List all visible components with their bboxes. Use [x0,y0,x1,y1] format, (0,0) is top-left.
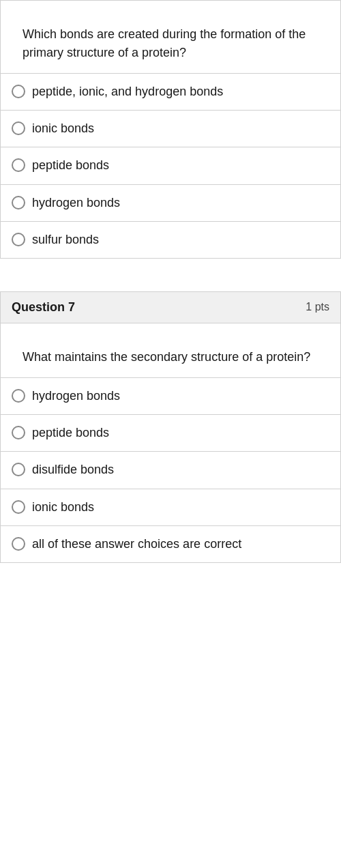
question6-option-c[interactable]: peptide bonds [1,147,340,184]
question6-option-c-label: peptide bonds [32,157,109,174]
section-gap [0,259,341,291]
question6-option-d-label: hydrogen bonds [32,194,120,212]
radio-q7a[interactable] [12,389,25,403]
question6-option-e-label: sulfur bonds [32,231,99,248]
radio-q6a[interactable] [12,85,25,98]
question6-options: peptide, ionic, and hydrogen bonds ionic… [1,73,340,258]
question7-option-e-label: all of these answer choices are correct [32,536,241,553]
question7-option-b[interactable]: peptide bonds [1,414,340,451]
question7-header-pts: 1 pts [306,301,329,313]
question7-options: hydrogen bonds peptide bonds disulfide b… [1,377,340,562]
radio-q6b[interactable] [12,121,25,135]
question6-option-e[interactable]: sulfur bonds [1,221,340,258]
question6-text-area: Which bonds are created during the forma… [1,1,340,73]
radio-q7c[interactable] [12,463,25,476]
question7-option-d[interactable]: ionic bonds [1,489,340,525]
radio-q7b[interactable] [12,426,25,439]
radio-q6d[interactable] [12,196,25,209]
question6-option-b-label: ionic bonds [32,120,94,137]
question6-option-d[interactable]: hydrogen bonds [1,184,340,221]
question7-option-a-label: hydrogen bonds [32,388,120,405]
radio-q7e[interactable] [12,537,25,551]
radio-q6c[interactable] [12,158,25,172]
question6-option-b[interactable]: ionic bonds [1,110,340,147]
page-wrapper: Which bonds are created during the forma… [0,0,341,563]
question7-option-e[interactable]: all of these answer choices are correct [1,525,340,562]
question7-section: Question 7 1 pts What maintains the seco… [0,291,341,563]
question7-header-title: Question 7 [12,300,75,315]
question7-option-b-label: peptide bonds [32,424,109,442]
question7-option-d-label: ionic bonds [32,499,94,516]
question7-header: Question 7 1 pts [1,292,340,323]
radio-q6e[interactable] [12,233,25,246]
question6-text: Which bonds are created during the forma… [12,12,329,73]
question7-option-c-label: disulfide bonds [32,461,114,478]
question7-option-a[interactable]: hydrogen bonds [1,377,340,414]
question6-option-a[interactable]: peptide, ionic, and hydrogen bonds [1,73,340,110]
question7-text-area: What maintains the secondary structure o… [1,323,340,377]
question7-text: What maintains the secondary structure o… [12,334,329,377]
question6-option-a-label: peptide, ionic, and hydrogen bonds [32,83,223,100]
question6-section: Which bonds are created during the forma… [0,0,341,259]
question7-option-c[interactable]: disulfide bonds [1,451,340,488]
radio-q7d[interactable] [12,500,25,514]
